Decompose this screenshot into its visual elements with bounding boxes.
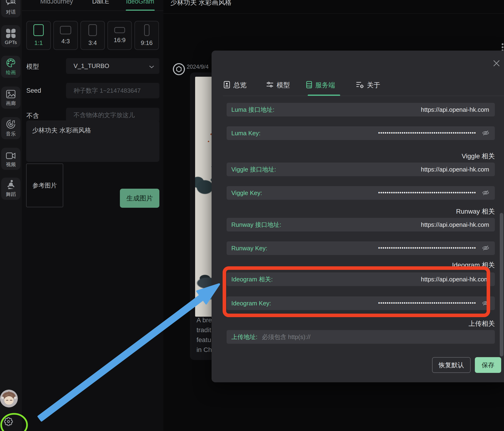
caption-line: in Chi — [197, 346, 214, 354]
luma-endpoint-row[interactable]: Luma 接口地址: https://api.openai-hk.com — [227, 103, 495, 116]
viggle-endpoint-row[interactable]: Viggle 接口地址: https://api.openai-hk.com — [227, 163, 495, 176]
aspect-shape-icon — [88, 24, 97, 36]
aspect-shape-icon — [33, 24, 44, 36]
sidebar-item-dance[interactable]: 舞蹈 — [1, 178, 20, 200]
negative-label: 不含 — [26, 112, 39, 120]
eye-off-icon[interactable] — [482, 129, 490, 137]
message-timestamp: 2024/9/4 — [187, 64, 208, 70]
gpts-icon — [6, 29, 16, 38]
overview-icon — [223, 81, 230, 89]
section-header-upload: 上传相关 — [468, 319, 495, 327]
aspect-shape-icon — [144, 24, 150, 36]
section-header-runway: Runway 相关 — [456, 207, 495, 215]
modal-tab-server[interactable]: 服务端 — [306, 80, 335, 91]
seed-placeholder: 种子数字 1~2147483647 — [73, 87, 141, 95]
caption-line: A bre — [197, 316, 212, 324]
modal-tab-models[interactable]: 模型 — [266, 80, 290, 91]
reference-image-dropzone[interactable]: 参考图片 — [26, 163, 63, 207]
upload-placeholder: 必须包含 http(s):// — [262, 330, 311, 344]
aspect-ratio-3-4[interactable]: 3:4 — [81, 21, 105, 50]
gallery-icon — [6, 90, 16, 99]
aspect-shape-icon — [114, 27, 125, 33]
modal-tab-overview[interactable]: 总览 — [223, 80, 247, 91]
eye-off-icon[interactable] — [482, 244, 490, 253]
negative-input[interactable]: 不含物体的文字放这儿 — [66, 108, 159, 122]
aspect-ratio-9-16[interactable]: 9:16 — [135, 21, 159, 50]
chat-title: 少林功夫 水彩画风格 — [171, 0, 232, 7]
music-icon — [6, 119, 16, 129]
section-header-viggle: Viggle 相关 — [462, 152, 495, 160]
video-icon — [6, 152, 16, 160]
highlight-annotation-box — [223, 266, 490, 317]
aspect-ratio-4-3[interactable]: 4:3 — [53, 21, 78, 50]
tab-dalle[interactable]: Dall.E — [92, 0, 109, 5]
aspect-shape-icon — [60, 26, 71, 34]
model-value: V_1_TURBO — [73, 62, 109, 70]
sidebar-item-label: 舞蹈 — [6, 191, 16, 198]
negative-placeholder: 不含物体的文字放这儿 — [73, 111, 135, 119]
generate-image-button[interactable]: 生成图片 — [120, 189, 159, 208]
close-icon[interactable] — [493, 59, 501, 68]
chat-header-divider — [163, 13, 504, 14]
assistant-avatar-openai-icon — [172, 62, 186, 77]
about-icon — [356, 81, 364, 89]
model-label: 模型 — [26, 62, 39, 71]
aspect-ratio-16-9[interactable]: 16:9 — [108, 21, 132, 50]
sidebar-item-label: GPTs — [5, 39, 17, 45]
tab-midjourney[interactable]: MidJourney — [40, 0, 73, 5]
runway-key-row[interactable]: Runway Key: ••••••••••••••••••••••••••••… — [227, 241, 495, 255]
masked-key-value: ••••••••••••••••••••••••••••••••••••••••… — [378, 126, 476, 140]
models-icon — [266, 81, 274, 89]
sidebar: 对话 GPTs — [0, 0, 22, 431]
aspect-ratio-1-1[interactable]: 1:1 — [26, 21, 51, 50]
dance-icon — [6, 180, 16, 190]
chat-icon — [6, 0, 16, 7]
model-select[interactable]: V_1_TURBO — [66, 58, 159, 74]
runway-endpoint-row[interactable]: Runway 接口地址: https://api.openai-hk.com — [227, 218, 495, 232]
sidebar-item-label: 绘画 — [6, 69, 16, 76]
sidebar-item-gallery[interactable]: 画廊 — [1, 87, 20, 109]
tab-ideogram[interactable]: IdeoGram — [126, 0, 154, 5]
modal-tabbar-divider — [223, 96, 504, 96]
sidebar-item-video[interactable]: 视频 — [1, 148, 20, 170]
caption-line: tradit — [197, 326, 211, 334]
modal-scrollbar-thumb[interactable] — [500, 213, 503, 356]
more-options-icon[interactable] — [502, 43, 504, 45]
sidebar-item-chat[interactable]: 对话 — [1, 0, 20, 17]
upload-endpoint-row[interactable]: 上传地址: 必须包含 http(s):// — [227, 330, 495, 344]
viggle-key-row[interactable]: Viggle Key: ••••••••••••••••••••••••••••… — [227, 186, 495, 200]
restore-defaults-button[interactable]: 恢复默认 — [432, 357, 471, 373]
masked-key-value: ••••••••••••••••••••••••••••••••••••••••… — [378, 186, 476, 199]
server-icon — [306, 81, 312, 89]
sidebar-item-label: 画廊 — [6, 100, 16, 107]
seed-input[interactable]: 种子数字 1~2147483647 — [66, 83, 159, 98]
palette-icon — [6, 58, 16, 68]
user-avatar[interactable] — [0, 390, 18, 407]
masked-key-value: ••••••••••••••••••••••••••••••••••••••••… — [378, 241, 476, 254]
reference-label: 参考图片 — [32, 181, 57, 190]
settings-modal: 总览 模型 服务端 — [212, 51, 504, 382]
prompt-textarea[interactable]: 少林功夫 水彩画风格 — [26, 121, 159, 162]
sidebar-item-label: 对话 — [6, 9, 16, 15]
sidebar-item-draw[interactable]: 绘画 — [1, 56, 20, 78]
sidebar-item-gpts[interactable]: GPTs — [1, 25, 20, 47]
eye-off-icon[interactable] — [482, 189, 490, 197]
app-screen: 对话 GPTs — [0, 0, 504, 431]
sidebar-item-music[interactable]: 音乐 — [1, 117, 20, 139]
chevron-down-icon — [149, 63, 155, 71]
luma-key-row[interactable]: Luma Key: ••••••••••••••••••••••••••••••… — [227, 126, 495, 140]
generator-panel: MidJourney Dall.E IdeoGram 1:1 4:3 3:4 1… — [22, 0, 163, 431]
settings-gear-button[interactable] — [4, 417, 13, 427]
modal-tab-about[interactable]: 关于 — [356, 80, 380, 91]
caption-line: featu — [197, 336, 211, 344]
sidebar-item-label: 音乐 — [6, 131, 16, 137]
sidebar-item-label: 视频 — [6, 161, 16, 168]
more-options-icon[interactable] — [502, 46, 504, 48]
save-button[interactable]: 保存 — [475, 357, 501, 373]
seed-label: Seed — [26, 87, 41, 94]
tabbar-divider — [22, 10, 163, 11]
